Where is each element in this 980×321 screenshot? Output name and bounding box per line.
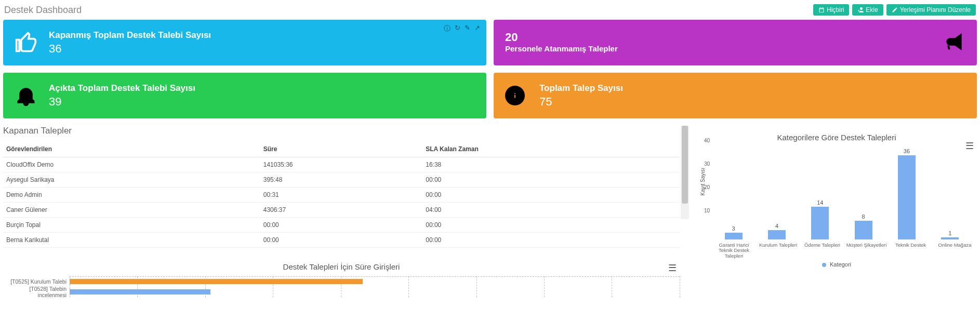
y-tick: 30 bbox=[704, 161, 710, 167]
gantt-bar[interactable] bbox=[70, 289, 210, 295]
tiles-grid: ⓘ ↻ ✎ ↗ Kapanmış Toplam Destek Talebi Sa… bbox=[0, 20, 980, 118]
page-header: Destek Dashboard Hiçbiri Ekle Yerleşimi … bbox=[0, 0, 980, 20]
gantt-menu-icon[interactable]: ☰ bbox=[668, 262, 677, 274]
th-assignee[interactable]: Görevlendirilen bbox=[3, 141, 260, 157]
cell-assignee: Aysegul Sarikaya bbox=[3, 172, 260, 188]
legend-label: Kategori bbox=[830, 261, 851, 268]
bar-group: 14 bbox=[799, 199, 842, 239]
bar-value-label: 1 bbox=[948, 230, 951, 236]
bar[interactable] bbox=[768, 230, 786, 239]
refresh-icon[interactable]: ↻ bbox=[455, 24, 460, 33]
bar-category-label: Teknik Destek bbox=[889, 243, 933, 256]
tile-open-title: Açıkta Toplam Destek Talebi Sayısı bbox=[49, 83, 195, 93]
gantt-chart: Destek Talepleri İçin Süre Girişleri ☰ [… bbox=[3, 262, 680, 297]
gantt-track bbox=[70, 278, 680, 285]
barchart-body: Kayıt Sayısı 10203040 34148361 bbox=[696, 146, 977, 239]
tile-unassigned-text: 20 Personele Atanmamış Talepler bbox=[505, 31, 618, 55]
closed-tickets-table: Görevlendirilen Süre SLA Kalan Zaman Clo… bbox=[3, 141, 680, 248]
tile-hover-actions: ⓘ ↻ ✎ ↗ bbox=[444, 24, 480, 33]
gantt-row: [T0528] Talebin incelenmesi bbox=[3, 287, 680, 297]
cell-duration: 4306:37 bbox=[260, 203, 422, 218]
left-column: Kapanan Talepler Görevlendirilen Süre SL… bbox=[3, 126, 689, 297]
cell-assignee: Berna Karikutal bbox=[3, 233, 260, 248]
tile-closed-text: Kapanmış Toplam Destek Talebi Sayısı 36 bbox=[49, 30, 211, 56]
tile-unassigned-title: Personele Atanmamış Talepler bbox=[505, 44, 618, 53]
bar-category-label: Ödeme Talepleri bbox=[800, 243, 844, 256]
bar[interactable] bbox=[725, 233, 743, 240]
table-row[interactable]: Aysegul Sarikaya395:4800:00 bbox=[3, 172, 680, 188]
table-row[interactable]: CloudOffix Demo141035:3616:38 bbox=[3, 157, 680, 172]
bar[interactable] bbox=[898, 155, 916, 239]
cell-assignee: Demo Admin bbox=[3, 188, 260, 203]
tile-unassigned-tickets[interactable]: 20 Personele Atanmamış Talepler bbox=[494, 20, 977, 65]
edit-icon[interactable]: ✎ bbox=[465, 24, 470, 33]
bar[interactable] bbox=[941, 237, 959, 240]
category-bar-chart: Kategorilere Göre Destek Talepleri ☰ Kay… bbox=[696, 133, 977, 268]
edit-layout-button-label: Yerleşimi Planını Düzenle bbox=[900, 6, 971, 14]
add-button-label: Ekle bbox=[866, 6, 878, 14]
gantt-row-label: [T0528] Talebin incelenmesi bbox=[3, 286, 70, 297]
cell-assignee: CloudOffix Demo bbox=[3, 157, 260, 172]
scrollbar-thumb[interactable] bbox=[682, 126, 688, 204]
cell-assignee: Caner Gülener bbox=[3, 203, 260, 218]
gantt-title: Destek Talepleri İçin Süre Girişleri bbox=[3, 262, 680, 271]
gantt-row: [T0525] Kurulum Talebi bbox=[3, 276, 680, 287]
pencil-icon bbox=[892, 7, 898, 13]
tile-unassigned-value: 20 bbox=[505, 31, 618, 44]
tile-closed-tickets[interactable]: ⓘ ↻ ✎ ↗ Kapanmış Toplam Destek Talebi Sa… bbox=[3, 20, 486, 65]
tile-open-text: Açıkta Toplam Destek Talebi Sayısı 39 bbox=[49, 83, 195, 109]
table-row[interactable]: Demo Admin00:3100:00 bbox=[3, 188, 680, 203]
bar-category-label: Kurulum Talepleri bbox=[756, 243, 800, 256]
bar-category-label: Müşteri Şikayetleri bbox=[844, 243, 889, 256]
bar-group: 1 bbox=[929, 230, 972, 240]
vertical-scrollbar[interactable] bbox=[681, 126, 689, 219]
bar-group: 8 bbox=[842, 213, 885, 239]
bar-category-label: Online Mağaza bbox=[933, 243, 977, 256]
bar-group: 3 bbox=[712, 225, 755, 240]
info-icon[interactable]: ⓘ bbox=[444, 24, 451, 33]
cell-sla: 00:00 bbox=[422, 233, 680, 248]
bar-group: 4 bbox=[755, 223, 798, 239]
cell-duration: 395:48 bbox=[260, 172, 422, 188]
tile-open-value: 39 bbox=[49, 95, 195, 109]
info-circle-icon bbox=[505, 86, 525, 105]
cell-duration: 00:00 bbox=[260, 218, 422, 233]
left-scroll-wrap: Kapanan Talepler Görevlendirilen Süre SL… bbox=[3, 126, 689, 297]
bar-value-label: 4 bbox=[775, 223, 778, 229]
cell-duration: 00:00 bbox=[260, 233, 422, 248]
bell-icon bbox=[15, 84, 37, 107]
gantt-track bbox=[70, 289, 680, 295]
gantt-bar[interactable] bbox=[70, 279, 363, 284]
body-row: Kapanan Talepler Görevlendirilen Süre SL… bbox=[0, 118, 980, 297]
bar[interactable] bbox=[855, 221, 872, 239]
table-header-row: Görevlendirilen Süre SLA Kalan Zaman bbox=[3, 141, 680, 157]
y-tick: 20 bbox=[704, 184, 710, 190]
tile-total-value: 75 bbox=[539, 95, 623, 109]
gantt-row-label: [T0525] Kurulum Talebi bbox=[3, 278, 70, 285]
add-user-icon bbox=[857, 7, 864, 13]
none-button-label: Hiçbiri bbox=[827, 6, 844, 14]
page-title: Destek Dashboard bbox=[4, 5, 82, 16]
tile-open-tickets[interactable]: Açıkta Toplam Destek Talebi Sayısı 39 bbox=[3, 73, 486, 118]
cell-sla: 00:00 bbox=[422, 218, 680, 233]
table-row[interactable]: Burçin Topal00:0000:00 bbox=[3, 218, 680, 233]
tile-total-title: Toplam Talep Sayısı bbox=[539, 83, 623, 93]
tile-total-tickets[interactable]: Toplam Talep Sayısı 75 bbox=[494, 73, 977, 118]
table-row[interactable]: Caner Gülener4306:3704:00 bbox=[3, 203, 680, 218]
th-duration[interactable]: Süre bbox=[260, 141, 422, 157]
th-sla[interactable]: SLA Kalan Zaman bbox=[422, 141, 680, 157]
cell-duration: 141035:36 bbox=[260, 157, 422, 172]
add-button[interactable]: Ekle bbox=[852, 4, 883, 16]
table-row[interactable]: Berna Karikutal00:0000:00 bbox=[3, 233, 680, 248]
left-scroll-content: Kapanan Talepler Görevlendirilen Süre SL… bbox=[3, 126, 680, 297]
y-axis-label: Kayıt Sayısı bbox=[700, 168, 706, 195]
none-button[interactable]: Hiçbiri bbox=[813, 4, 849, 16]
bar[interactable] bbox=[811, 207, 829, 239]
closed-table-title: Kapanan Talepler bbox=[3, 126, 680, 136]
tile-closed-value: 36 bbox=[49, 42, 211, 56]
edit-layout-button[interactable]: Yerleşimi Planını Düzenle bbox=[886, 4, 976, 16]
barchart-title: Kategorilere Göre Destek Talepleri bbox=[696, 133, 977, 142]
header-actions: Hiçbiri Ekle Yerleşimi Planını Düzenle bbox=[813, 4, 976, 16]
cell-sla: 16:38 bbox=[422, 157, 680, 172]
external-icon[interactable]: ↗ bbox=[474, 24, 480, 33]
